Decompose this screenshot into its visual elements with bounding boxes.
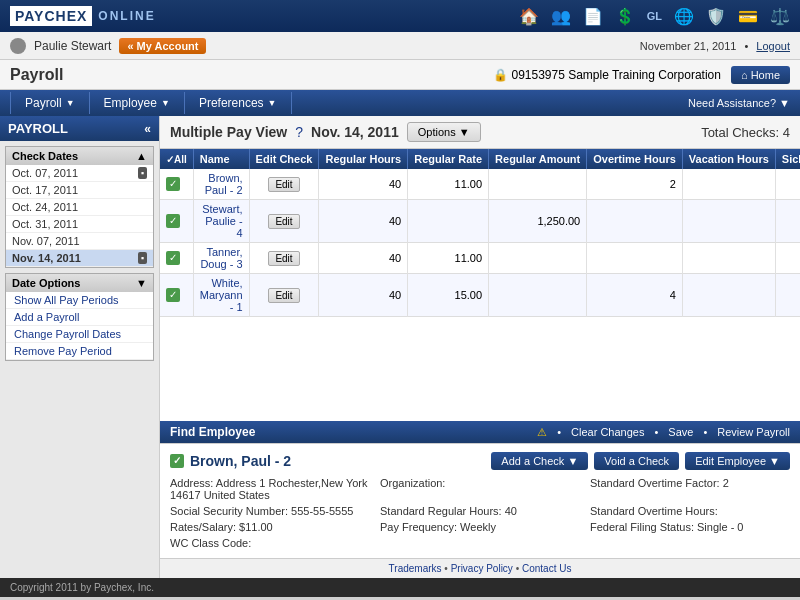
row-edit-button[interactable]: Edit: [268, 214, 299, 229]
card-nav-icon[interactable]: 💳: [738, 7, 758, 26]
table-row: ✓ White, Maryann - 1 Edit 40 15.00 4: [160, 274, 800, 317]
pay-view-date: Nov. 14, 2011: [311, 124, 399, 140]
row-checkbox-icon[interactable]: ✓: [166, 177, 180, 191]
edit-employee-button[interactable]: Edit Employee ▼: [685, 452, 790, 470]
employee-name: ✓ Brown, Paul - 2: [170, 453, 291, 469]
nav-payroll-arrow: ▼: [66, 98, 75, 108]
nav-preferences[interactable]: Preferences ▼: [185, 92, 292, 114]
row-edit-button[interactable]: Edit: [268, 288, 299, 303]
row-name[interactable]: Brown, Paul - 2: [193, 169, 249, 200]
employee-std-reg-hours: Standard Regular Hours: 40: [380, 504, 580, 518]
contact-link[interactable]: Contact Us: [522, 563, 571, 574]
void-check-button[interactable]: Void a Check: [594, 452, 679, 470]
find-employee-separator2: •: [654, 426, 658, 438]
save-link[interactable]: Save: [668, 426, 693, 438]
table-header-reg-rate: Regular Rate: [408, 149, 489, 169]
nav-left: Payroll ▼ Employee ▼ Preferences ▼: [10, 92, 292, 114]
nav-employee[interactable]: Employee ▼: [90, 92, 185, 114]
pay-view-help-icon[interactable]: ?: [295, 124, 303, 140]
date-options-label: Date Options: [12, 277, 80, 289]
check-dates-expand-icon: ▲: [136, 150, 147, 162]
row-checkbox-icon[interactable]: ✓: [166, 251, 180, 265]
employee-std-ot-hours: Standard Overtime Hours:: [590, 504, 790, 518]
employee-ssn: Social Security Number: 555-55-5555: [170, 504, 370, 518]
scale-nav-icon[interactable]: ⚖️: [770, 7, 790, 26]
row-name[interactable]: Stewart, Paulie - 4: [193, 200, 249, 243]
check-date-oct07[interactable]: Oct. 07, 2011 ▪: [6, 165, 153, 182]
gl-nav-icon[interactable]: GL: [647, 10, 662, 22]
document-nav-icon[interactable]: 📄: [583, 7, 603, 26]
company-id-text: 09153975 Sample Training Corporation: [511, 68, 720, 82]
pay-view-title: Multiple Pay View: [170, 124, 287, 140]
add-check-button[interactable]: Add a Check ▼: [491, 452, 588, 470]
date-option-show-all[interactable]: Show All Pay Periods: [6, 292, 153, 309]
people-nav-icon[interactable]: 👥: [551, 7, 571, 26]
trademarks-link[interactable]: Trademarks: [389, 563, 442, 574]
date-option-add-payroll[interactable]: Add a Payroll: [6, 309, 153, 326]
table-header-checkbox[interactable]: ✓All: [160, 149, 193, 169]
review-payroll-link[interactable]: Review Payroll: [717, 426, 790, 438]
row-name[interactable]: White, Maryann - 1: [193, 274, 249, 317]
row-reg-rate: 11.00: [408, 169, 489, 200]
row-checkbox-icon[interactable]: ✓: [166, 288, 180, 302]
check-date-oct24[interactable]: Oct. 24, 2011: [6, 199, 153, 216]
dollar-nav-icon[interactable]: 💲: [615, 7, 635, 26]
find-employee-separator1: •: [557, 426, 561, 438]
row-vac-hours: [682, 169, 775, 200]
globe-nav-icon[interactable]: 🌐: [674, 7, 694, 26]
sidebar-collapse-button[interactable]: «: [144, 122, 151, 136]
home-label: Home: [751, 69, 780, 81]
row-vac-hours: [682, 200, 775, 243]
payroll-bar: Payroll 🔒 09153975 Sample Training Corpo…: [0, 60, 800, 90]
row-checkbox-cell[interactable]: ✓: [160, 243, 193, 274]
check-date-nov14[interactable]: Nov. 14, 2011 ▪: [6, 250, 153, 267]
check-date-nov07[interactable]: Nov. 07, 2011: [6, 233, 153, 250]
table-header-ot-hours: Overtime Hours: [587, 149, 683, 169]
check-dates-header[interactable]: Check Dates ▲: [6, 147, 153, 165]
employee-detail: ✓ Brown, Paul - 2 Add a Check ▼ Void a C…: [160, 443, 800, 558]
row-edit-cell: Edit: [249, 243, 319, 274]
check-date-oct17[interactable]: Oct. 17, 2011: [6, 182, 153, 199]
row-checkbox-cell[interactable]: ✓: [160, 200, 193, 243]
row-checkbox-icon[interactable]: ✓: [166, 214, 180, 228]
nav-payroll[interactable]: Payroll ▼: [10, 92, 90, 114]
row-reg-hours: 40: [319, 200, 408, 243]
date-options-section: Date Options ▼ Show All Pay Periods Add …: [5, 273, 154, 361]
home-button[interactable]: ⌂ Home: [731, 66, 790, 84]
privacy-link[interactable]: Privacy Policy: [451, 563, 513, 574]
nav-employee-arrow: ▼: [161, 98, 170, 108]
date-option-remove-period[interactable]: Remove Pay Period: [6, 343, 153, 360]
row-sick-hours: [775, 200, 800, 243]
row-checkbox-cell[interactable]: ✓: [160, 274, 193, 317]
footer-bullet2: •: [516, 563, 520, 574]
nav-preferences-arrow: ▼: [268, 98, 277, 108]
row-edit-button[interactable]: Edit: [268, 251, 299, 266]
date-options-header[interactable]: Date Options ▼: [6, 274, 153, 292]
nav-help[interactable]: Need Assistance? ▼: [688, 97, 790, 109]
table-header-edit-check: Edit Check: [249, 149, 319, 169]
row-checkbox-cell[interactable]: ✓: [160, 169, 193, 200]
employee-wc-class: WC Class Code:: [170, 536, 370, 550]
top-nav-icons: 🏠 👥 📄 💲 GL 🌐 🛡️ 💳 ⚖️: [519, 7, 790, 26]
user-name: Paulie Stewart: [34, 39, 111, 53]
date-option-change-dates[interactable]: Change Payroll Dates: [6, 326, 153, 343]
warning-icon: ⚠: [537, 426, 547, 439]
row-reg-rate: [408, 200, 489, 243]
footer-bullet1: •: [444, 563, 448, 574]
account-bullet: •: [744, 40, 748, 52]
table-row: ✓ Stewart, Paulie - 4 Edit 40 1,250.00: [160, 200, 800, 243]
options-button[interactable]: Options ▼: [407, 122, 481, 142]
sidebar-header: PAYROLL «: [0, 116, 159, 141]
clear-changes-link[interactable]: Clear Changes: [571, 426, 644, 438]
home-nav-icon[interactable]: 🏠: [519, 7, 539, 26]
find-employee-label[interactable]: Find Employee: [170, 425, 255, 439]
shield-nav-icon[interactable]: 🛡️: [706, 7, 726, 26]
employee-pay-freq: Pay Frequency: Weekly: [380, 520, 580, 534]
row-reg-amount: [489, 169, 587, 200]
my-account-button[interactable]: « My Account: [119, 38, 206, 54]
logout-link[interactable]: Logout: [756, 40, 790, 52]
row-name[interactable]: Tanner, Doug - 3: [193, 243, 249, 274]
select-all-label[interactable]: ✓All: [166, 154, 187, 165]
row-edit-button[interactable]: Edit: [268, 177, 299, 192]
check-date-oct31[interactable]: Oct. 31, 2011: [6, 216, 153, 233]
